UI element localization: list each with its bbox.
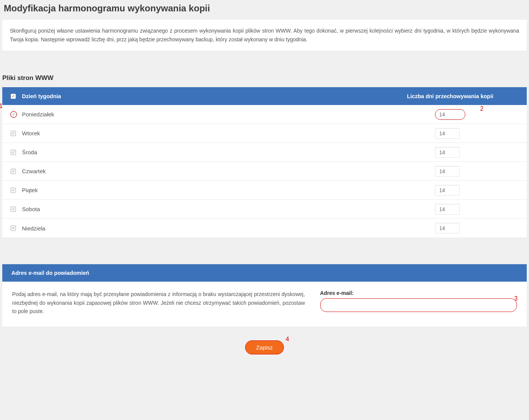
annotation-4: 4	[286, 336, 289, 343]
day-label: Środa	[22, 149, 435, 155]
day-checkbox-wtorek[interactable]: ✓	[11, 131, 16, 136]
table-row: ✓ Sobota	[2, 200, 527, 219]
table-header: ✓ Dzień tygodnia Liczba dni przechowywan…	[2, 87, 527, 105]
save-button[interactable]: Zapisz	[245, 340, 284, 354]
days-input-czwartek[interactable]	[435, 166, 460, 177]
table-row: ✓ Czwartek	[2, 162, 527, 181]
day-checkbox-sobota[interactable]: ✓	[11, 207, 16, 212]
table-row: ✓ Środa	[2, 143, 527, 162]
email-label: Adres e-mail:	[320, 290, 517, 296]
save-button-wrap: 4 Zapisz	[0, 327, 529, 362]
table-row: 1 ✓ Poniedziałek 2	[2, 105, 527, 124]
email-header: Adres e-mail do powiadomień	[2, 264, 527, 282]
days-input-poniedzialek[interactable]	[435, 109, 465, 120]
days-input-sobota[interactable]	[435, 204, 460, 215]
day-checkbox-sroda[interactable]: ✓	[11, 150, 16, 155]
header-days-keep: Liczba dni przechowywania kopii	[382, 93, 518, 99]
days-input-sroda[interactable]	[435, 147, 460, 158]
schedule-table: ✓ Dzień tygodnia Liczba dni przechowywan…	[2, 87, 527, 238]
annotation-3: 3	[514, 295, 518, 302]
day-label: Poniedziałek	[22, 111, 435, 118]
page-title: Modyfikacja harmonogramu wykonywania kop…	[0, 0, 529, 20]
day-checkbox-piatek[interactable]: ✓	[11, 188, 16, 193]
days-input-niedziela[interactable]	[435, 223, 460, 234]
select-all-checkbox[interactable]: ✓	[11, 94, 16, 99]
header-day: Dzień tygodnia	[22, 93, 382, 99]
day-label: Sobota	[22, 206, 435, 212]
day-label: Czwartek	[22, 168, 435, 174]
annotation-2: 2	[480, 105, 484, 112]
description-text: Skonfiguruj poniżej własne ustawienia ha…	[10, 27, 519, 44]
table-row: ✓ Wtorek	[2, 124, 527, 143]
days-input-wtorek[interactable]	[435, 128, 460, 139]
email-description: Podaj adres e-mail, na który mają być pr…	[12, 290, 305, 315]
days-input-piatek[interactable]	[435, 185, 460, 196]
email-input[interactable]	[320, 298, 517, 312]
day-label: Niedziela	[22, 225, 435, 232]
day-label: Wtorek	[22, 130, 435, 136]
day-checkbox-czwartek[interactable]: ✓	[11, 169, 16, 174]
day-checkbox-poniedzialek[interactable]: ✓	[11, 111, 17, 118]
table-row: ✓ Piątek	[2, 181, 527, 200]
annotation-1: 1	[0, 103, 3, 110]
description-card: Skonfiguruj poniżej własne ustawienia ha…	[2, 20, 527, 51]
table-row: ✓ Niedziela	[2, 219, 527, 238]
email-notification-card: Adres e-mail do powiadomień Podaj adres …	[2, 264, 527, 327]
section-title: Pliki stron WWW	[0, 57, 529, 87]
day-checkbox-niedziela[interactable]: ✓	[11, 226, 16, 231]
day-label: Piątek	[22, 187, 435, 193]
